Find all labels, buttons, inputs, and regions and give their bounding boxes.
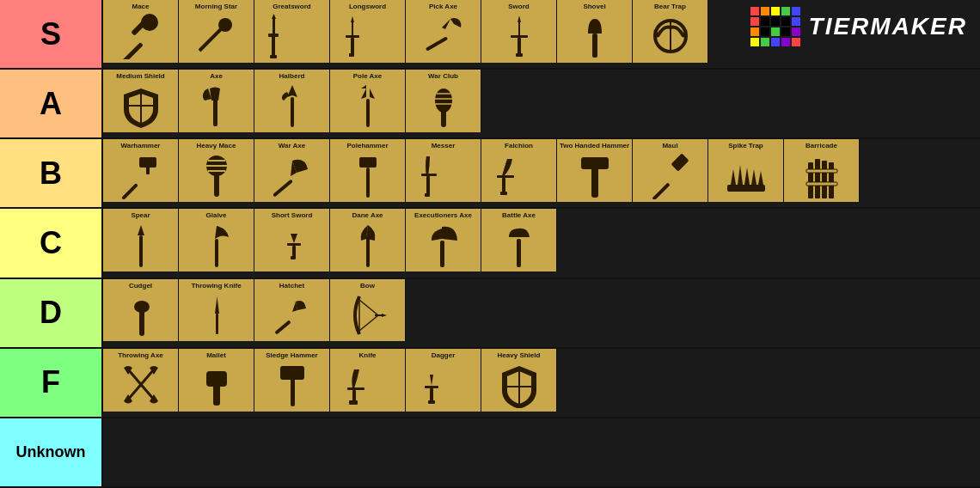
list-item[interactable]: Pick Axe	[406, 0, 481, 63]
tier-row-d: D Cudgel Throwing Knife Hatchet	[0, 279, 980, 349]
svg-rect-20	[273, 16, 275, 35]
list-item[interactable]: Knife	[330, 349, 406, 412]
list-item[interactable]: Short Sword	[254, 209, 330, 271]
list-item[interactable]: Mace	[103, 0, 179, 63]
list-item[interactable]: Polehammer	[330, 139, 406, 202]
svg-line-7	[199, 29, 221, 51]
svg-rect-83	[292, 246, 296, 258]
tier-items-a: Medium Shield Axe Halberd	[103, 70, 980, 137]
svg-rect-56	[359, 157, 377, 168]
svg-marker-98	[382, 314, 387, 317]
list-item[interactable]: Sword	[481, 0, 557, 63]
svg-rect-38	[213, 99, 217, 126]
svg-rect-76	[829, 162, 834, 198]
list-item[interactable]: Spike Trap	[708, 139, 784, 202]
list-item[interactable]: Heavy Shield	[481, 349, 557, 412]
list-item[interactable]: Messer	[406, 139, 481, 202]
list-item[interactable]: Barricade	[784, 139, 860, 202]
svg-marker-21	[272, 14, 276, 19]
svg-rect-63	[591, 166, 598, 198]
tier-row-c: C Spear Glaive Short Sword	[0, 209, 980, 278]
svg-rect-46	[121, 183, 138, 199]
tier-items-d: Cudgel Throwing Knife Hatchet	[103, 279, 980, 347]
svg-rect-54	[272, 179, 292, 197]
svg-rect-81	[215, 239, 218, 267]
svg-rect-84	[287, 243, 301, 246]
svg-line-95	[359, 300, 378, 315]
list-item[interactable]: Executioners Axe	[406, 209, 481, 271]
tier-label-d: D	[0, 279, 103, 347]
svg-marker-32	[518, 15, 521, 22]
tier-row-unknown: Unknown	[0, 418, 980, 488]
list-item[interactable]: Morning Star	[179, 0, 254, 63]
list-item[interactable]: Glaive	[179, 209, 254, 271]
logo-pixel-grid	[750, 7, 800, 46]
list-item[interactable]: Bow	[330, 279, 406, 342]
list-item[interactable]: Spear	[103, 209, 179, 271]
list-item[interactable]: Mallet	[179, 349, 254, 412]
tier-maker-app: TiERMAKER S Mace Morning Star	[0, 0, 980, 488]
svg-marker-69	[738, 165, 743, 185]
tier-table: S Mace Morning Star Greatsword	[0, 0, 980, 488]
list-item[interactable]: Sledge Hammer	[254, 349, 330, 412]
list-item[interactable]: Dane Axe	[330, 209, 406, 271]
list-item[interactable]: War Axe	[254, 139, 330, 202]
svg-rect-78	[806, 182, 837, 186]
svg-rect-62	[497, 175, 514, 178]
svg-rect-77	[806, 169, 837, 173]
svg-rect-79	[139, 235, 143, 267]
svg-line-15	[231, 16, 234, 19]
svg-rect-106	[352, 390, 356, 402]
svg-marker-85	[291, 234, 297, 243]
list-item[interactable]: War Club	[406, 70, 481, 132]
tier-items-unknown	[103, 418, 980, 486]
tiermaker-logo: TiERMAKER	[750, 7, 967, 46]
list-item[interactable]: Cudgel	[103, 279, 179, 342]
svg-marker-80	[138, 225, 144, 235]
svg-point-42	[435, 88, 452, 113]
svg-rect-103	[291, 376, 295, 406]
svg-rect-102	[206, 371, 227, 387]
tier-label-f: F	[0, 349, 103, 417]
svg-rect-110	[425, 386, 438, 388]
list-item[interactable]: Battle Axe	[481, 209, 557, 271]
list-item[interactable]: Medium Shield	[103, 70, 179, 132]
svg-rect-73	[808, 162, 813, 198]
list-item[interactable]: Bear Trap	[633, 0, 708, 63]
svg-marker-70	[744, 168, 750, 185]
svg-rect-55	[366, 168, 370, 198]
svg-rect-18	[272, 36, 275, 57]
svg-rect-87	[440, 241, 444, 267]
svg-rect-66	[671, 153, 689, 171]
list-item[interactable]: Throwing Knife	[179, 279, 254, 342]
list-item[interactable]: Hatchet	[254, 279, 330, 342]
list-item[interactable]: Pole Axe	[330, 70, 406, 132]
list-item[interactable]: Warhammer	[103, 139, 179, 202]
tier-label-s: S	[0, 0, 103, 68]
svg-rect-29	[518, 38, 521, 55]
tier-items-f: Throwing Axe Mallet Sledge Hammer	[103, 349, 980, 417]
tier-label-c: C	[0, 209, 103, 277]
list-item[interactable]: Throwing Axe	[103, 349, 179, 412]
tiermaker-text: TiERMAKER	[809, 13, 967, 40]
svg-rect-0	[121, 42, 143, 59]
tier-label-unknown: Unknown	[0, 418, 103, 486]
tier-items-b: Warhammer Heavy Mace War Axe	[103, 139, 980, 207]
list-item[interactable]: Two Handed Hammer	[557, 139, 633, 202]
list-item[interactable]: Axe	[179, 70, 254, 132]
list-item[interactable]: Halberd	[254, 70, 330, 132]
svg-marker-26	[351, 16, 354, 22]
svg-rect-107	[347, 387, 364, 390]
svg-rect-67	[727, 185, 765, 192]
svg-rect-39	[291, 97, 294, 127]
list-item[interactable]: Maul	[633, 139, 708, 202]
list-item[interactable]: Falchion	[481, 139, 557, 202]
list-item[interactable]: Dagger	[406, 349, 481, 412]
svg-marker-71	[751, 169, 756, 185]
list-item[interactable]: Heavy Mace	[179, 139, 254, 202]
svg-rect-75	[822, 161, 827, 198]
list-item[interactable]: Longsword	[330, 0, 406, 63]
list-item[interactable]: Greatsword	[254, 0, 330, 63]
svg-rect-23	[351, 38, 354, 55]
list-item[interactable]: Shovel	[557, 0, 633, 63]
